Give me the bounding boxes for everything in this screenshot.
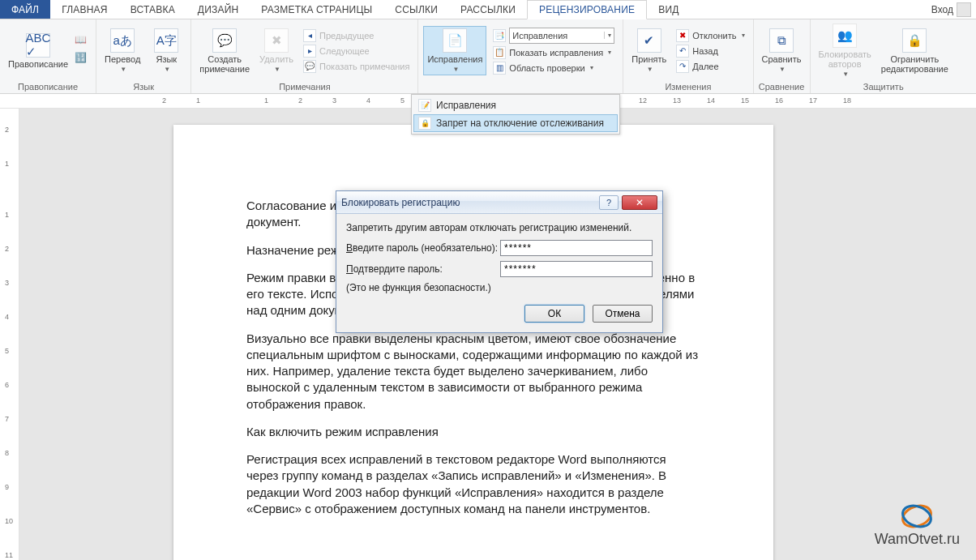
next-comment-label: Следующее bbox=[319, 46, 370, 56]
login-link[interactable]: Вход bbox=[927, 0, 976, 19]
reject-button[interactable]: ✖Отклонить▾ bbox=[673, 28, 747, 43]
dialog-titlebar[interactable]: Блокировать регистрацию ? ✕ bbox=[336, 191, 662, 214]
delete-comment-button[interactable]: ✖ Удалить ▼ bbox=[256, 27, 297, 75]
group-changes: ✔ Принять ▼ ✖Отклонить▾ ↶Назад ↷Далее Из… bbox=[623, 19, 753, 93]
avatar-icon bbox=[957, 2, 971, 17]
watermark-text: WamOtvet.ru bbox=[875, 531, 960, 548]
confirm-password-input[interactable] bbox=[500, 261, 653, 277]
show-markup-button[interactable]: 📋Показать исправления▾ bbox=[490, 45, 618, 60]
chevron-down-icon: ▼ bbox=[274, 66, 280, 73]
group-language-label: Язык bbox=[101, 80, 186, 93]
workspace: 211234567891011 Согласование и дополнени… bbox=[0, 109, 976, 560]
tab-insert[interactable]: ВСТАВКА bbox=[119, 0, 186, 19]
ruler-vertical[interactable]: 211234567891011 bbox=[0, 109, 19, 560]
next-change-icon: ↷ bbox=[676, 60, 689, 73]
chevron-down-icon: ▾ bbox=[604, 32, 611, 39]
translate-button[interactable]: aあ Перевод ▼ bbox=[101, 27, 143, 75]
tab-mailings[interactable]: РАССЫЛКИ bbox=[449, 0, 527, 19]
compare-label: Сравнить bbox=[762, 54, 802, 64]
show-comments-button[interactable]: 💬Показать примечания bbox=[300, 59, 413, 74]
track-item-icon: 📝 bbox=[418, 99, 431, 112]
language-button[interactable]: A字 Язык ▼ bbox=[147, 27, 186, 75]
previous-change-button[interactable]: ↶Назад bbox=[673, 44, 747, 58]
group-tracking-label bbox=[423, 80, 618, 93]
restrict-icon: 🔒 bbox=[902, 28, 927, 53]
chevron-down-icon: ▾ bbox=[590, 64, 593, 71]
tab-page-layout[interactable]: РАЗМЕТКА СТРАНИЦЫ bbox=[250, 0, 383, 19]
thesaurus-icon[interactable]: 📖 bbox=[75, 34, 91, 50]
dropdown-item1-label: Исправления bbox=[436, 100, 496, 111]
tab-home[interactable]: ГЛАВНАЯ bbox=[50, 0, 118, 19]
group-compare: ⧉ Сравнить ▼ Сравнение bbox=[754, 19, 811, 93]
display-combo-value: Исправления bbox=[512, 31, 567, 41]
next-change-button[interactable]: ↷Далее bbox=[673, 59, 747, 74]
paragraph: Как включить режим исправления bbox=[246, 424, 700, 440]
tab-design[interactable]: ДИЗАЙН bbox=[186, 0, 250, 19]
track-changes-dropdown: 📝 Исправления 🔒 Запрет на отключение отс… bbox=[411, 94, 620, 135]
previous-change-label: Назад bbox=[692, 46, 718, 56]
dialog-note: (Это не функция безопасности.) bbox=[346, 282, 653, 293]
password-input[interactable] bbox=[500, 240, 653, 256]
track-changes-button[interactable]: 📄 Исправления ▼ bbox=[423, 26, 486, 75]
wordcount-icon[interactable]: 🔢 bbox=[75, 52, 91, 68]
menu-tabs: ФАЙЛ ГЛАВНАЯ ВСТАВКА ДИЗАЙН РАЗМЕТКА СТР… bbox=[0, 0, 976, 19]
document-area[interactable]: Согласование и дополнений в текст докуме… bbox=[19, 109, 976, 560]
tab-file[interactable]: ФАЙЛ bbox=[0, 0, 50, 19]
tab-review[interactable]: РЕЦЕНЗИРОВАНИЕ bbox=[527, 0, 647, 19]
paragraph: Визуально все правки выделены красным цв… bbox=[246, 331, 700, 413]
reviewing-pane-button[interactable]: ▥Область проверки▾ bbox=[490, 61, 618, 75]
dialog-instruction: Запретить другим авторам отключать регис… bbox=[346, 222, 653, 233]
restrict-editing-button[interactable]: 🔒 Ограничить редактирование bbox=[878, 27, 952, 75]
reject-label: Отклонить bbox=[692, 31, 736, 41]
tab-references[interactable]: ССЫЛКИ bbox=[383, 0, 449, 19]
dialog-title: Блокировать регистрацию bbox=[341, 197, 599, 208]
pane-icon: ▥ bbox=[493, 62, 506, 75]
password-label: Введите пароль (необязательно): bbox=[346, 242, 500, 254]
compare-icon: ⧉ bbox=[769, 28, 794, 53]
login-label: Вход bbox=[931, 4, 953, 15]
chevron-down-icon: ▼ bbox=[647, 66, 653, 73]
cancel-button[interactable]: Отмена bbox=[593, 305, 653, 323]
chevron-down-icon: ▼ bbox=[779, 66, 786, 73]
spelling-button[interactable]: ABC✓ Правописание bbox=[5, 32, 71, 71]
next-icon: ▸ bbox=[303, 45, 316, 58]
dialog-body: Запретить другим авторам отключать регис… bbox=[336, 214, 662, 298]
display-for-review-combo[interactable]: 📑Исправления▾ bbox=[490, 27, 618, 45]
show-comments-label: Показать примечания bbox=[319, 62, 409, 71]
chevron-down-icon: ▼ bbox=[164, 66, 170, 73]
markup-icon: 📋 bbox=[493, 46, 506, 59]
prev-comment-button[interactable]: ◂Предыдущее bbox=[300, 28, 413, 43]
prev-comment-label: Предыдущее bbox=[319, 31, 374, 41]
spelling-label: Правописание bbox=[8, 59, 68, 69]
chevron-down-icon: ▾ bbox=[608, 49, 611, 56]
dialog-close-button[interactable]: ✕ bbox=[622, 195, 657, 210]
dropdown-lock-tracking[interactable]: 🔒 Запрет на отключение отслеживания bbox=[413, 114, 618, 132]
watermark: WamOtvet.ru bbox=[875, 502, 960, 548]
svg-point-1 bbox=[900, 502, 934, 531]
group-protect: 👥 Блокировать авторов ▼ 🔒 Ограничить ред… bbox=[811, 19, 957, 93]
dialog-help-button[interactable]: ? bbox=[599, 195, 619, 210]
accept-icon: ✔ bbox=[637, 28, 661, 53]
delete-comment-label: Удалить bbox=[259, 54, 293, 64]
new-comment-button[interactable]: 💬 Создать примечание bbox=[196, 27, 253, 75]
watermark-logo-icon bbox=[899, 502, 935, 531]
ok-button[interactable]: ОК bbox=[524, 305, 584, 323]
block-authors-icon: 👥 bbox=[833, 24, 857, 48]
group-proofing: ABC✓ Правописание 📖 🔢 Правописание bbox=[0, 19, 96, 93]
chevron-down-icon: ▼ bbox=[452, 66, 459, 73]
show-markup-label: Показать исправления bbox=[509, 48, 603, 58]
chevron-down-icon: ▼ bbox=[120, 66, 126, 73]
accept-button[interactable]: ✔ Принять ▼ bbox=[628, 27, 670, 75]
tab-view[interactable]: ВИД bbox=[647, 0, 690, 19]
lock-item-icon: 🔒 bbox=[418, 117, 431, 130]
next-comment-button[interactable]: ▸Следующее bbox=[300, 44, 413, 58]
compare-button[interactable]: ⧉ Сравнить ▼ bbox=[759, 27, 805, 75]
language-label: Язык bbox=[156, 54, 177, 64]
group-tracking: 📄 Исправления ▼ 📑Исправления▾ 📋Показать … bbox=[418, 19, 623, 93]
lock-tracking-dialog: Блокировать регистрацию ? ✕ Запретить др… bbox=[336, 190, 663, 333]
translate-label: Перевод bbox=[105, 54, 140, 64]
dropdown-track-changes[interactable]: 📝 Исправления bbox=[413, 96, 618, 114]
reviewing-pane-label: Область проверки bbox=[509, 63, 584, 73]
new-comment-icon: 💬 bbox=[212, 28, 237, 53]
block-authors-button[interactable]: 👥 Блокировать авторов ▼ bbox=[815, 22, 875, 79]
